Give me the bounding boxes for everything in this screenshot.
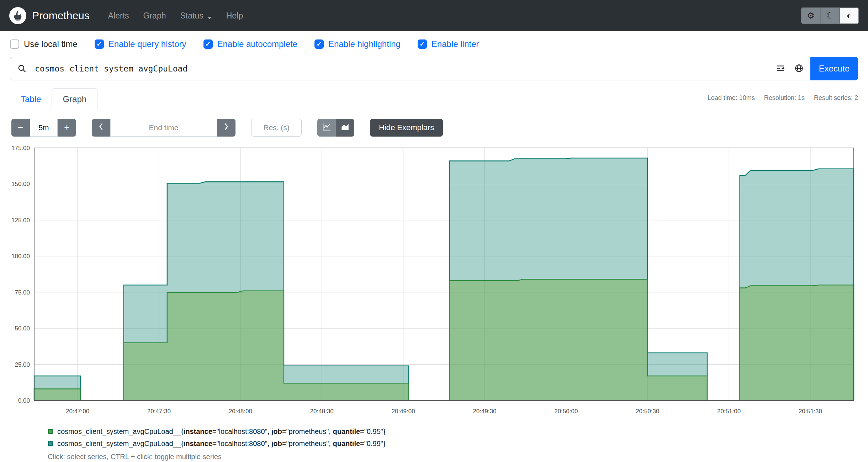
svg-text:75.00: 75.00: [15, 289, 30, 296]
execute-button[interactable]: Execute: [810, 57, 858, 80]
option-enable-autocomplete[interactable]: ✓Enable autocomplete: [203, 39, 298, 49]
svg-text:0.00: 0.00: [18, 397, 30, 404]
query-stats: Load time: 10ms Resolution: 1s Result se…: [708, 94, 858, 104]
checkbox-checked[interactable]: ✓: [203, 39, 213, 49]
theme-light-button[interactable]: ⚙: [801, 7, 820, 24]
metrics-explorer-button[interactable]: [791, 60, 807, 77]
line-graph-button[interactable]: [317, 119, 336, 137]
nav-item-help[interactable]: Help: [221, 7, 249, 24]
nav-item-status[interactable]: Status: [174, 7, 217, 24]
option-use-local-time[interactable]: Use local time: [10, 39, 78, 49]
svg-text:100.00: 100.00: [11, 253, 30, 260]
svg-text:50.00: 50.00: [15, 325, 30, 332]
checkbox-unchecked[interactable]: [10, 39, 19, 49]
option-label: Use local time: [24, 39, 78, 49]
checkbox-checked[interactable]: ✓: [95, 39, 104, 49]
option-label: Enable linter: [432, 39, 479, 49]
option-enable-highlighting[interactable]: ✓Enable highlighting: [314, 39, 401, 49]
tabbar: Table Graph Load time: 10ms Resolution: …: [0, 80, 868, 110]
nav-item-graph[interactable]: Graph: [138, 7, 172, 24]
query-bar: Execute: [10, 57, 858, 80]
svg-text:20:49:00: 20:49:00: [392, 408, 415, 415]
navbar: Prometheus AlertsGraphStatusHelp ⚙☾◐: [0, 0, 868, 31]
chevron-down-icon: [207, 17, 212, 22]
globe-icon: [794, 64, 804, 74]
stacked-graph-button[interactable]: [336, 119, 354, 137]
chart-panel: 0.0025.0050.0075.00100.00125.00150.00175…: [0, 137, 868, 420]
graph-canvas[interactable]: 0.0025.0050.0075.00100.00125.00150.00175…: [6, 145, 861, 419]
chevron-right-icon: [223, 122, 229, 134]
legend-label: cosmos_client_system_avgCpuLoad__{instan…: [57, 440, 386, 448]
option-label: Enable highlighting: [328, 39, 401, 49]
nav-item-alerts[interactable]: Alerts: [102, 7, 135, 24]
svg-text:25.00: 25.00: [15, 361, 30, 368]
end-time-input[interactable]: [110, 119, 217, 137]
x-axis-labels: 20:47:0020:47:3020:48:0020:48:3020:49:00…: [66, 408, 822, 415]
svg-text:20:50:30: 20:50:30: [636, 408, 659, 415]
graph-type-toggle: [317, 119, 354, 137]
option-label: Enable query history: [108, 39, 186, 49]
time-back-button[interactable]: [92, 119, 110, 137]
svg-text:20:50:00: 20:50:00: [554, 408, 578, 415]
svg-text:175.00: 175.00: [11, 145, 30, 152]
stacked-chart-icon: [340, 122, 350, 134]
legend-label: cosmos_client_system_avgCpuLoad__{instan…: [57, 428, 386, 436]
app-title: Prometheus: [32, 10, 90, 22]
result-series: Result series: 2: [814, 94, 858, 102]
checkbox-checked[interactable]: ✓: [418, 39, 427, 49]
resolution-input[interactable]: [251, 119, 302, 137]
tab-graph[interactable]: Graph: [52, 88, 97, 110]
legend-item[interactable]: cosmos_client_system_avgCpuLoad__{instan…: [48, 428, 868, 436]
prometheus-logo-icon: [9, 7, 26, 24]
hide-exemplars-button[interactable]: Hide Exemplars: [370, 119, 443, 137]
load-time: Load time: 10ms: [708, 94, 755, 102]
svg-text:20:51:00: 20:51:00: [717, 408, 741, 415]
search-icon: [10, 57, 33, 80]
checkbox-checked[interactable]: ✓: [314, 39, 324, 49]
theme-dark-button[interactable]: ☾: [820, 7, 840, 24]
range-input[interactable]: [30, 119, 58, 137]
legend-hint: Click: select series, CTRL + click: togg…: [48, 453, 868, 461]
option-label: Enable autocomplete: [217, 39, 298, 49]
nav-links: AlertsGraphStatusHelp: [102, 7, 249, 24]
tab-table[interactable]: Table: [10, 89, 52, 110]
svg-text:150.00: 150.00: [11, 181, 30, 187]
options-row: Use local time✓Enable query history✓Enab…: [0, 31, 868, 49]
format-expression-button[interactable]: [772, 60, 789, 77]
option-enable-linter[interactable]: ✓Enable linter: [418, 39, 479, 49]
range-decrease-button[interactable]: −: [11, 119, 30, 137]
chevron-left-icon: [98, 122, 104, 134]
svg-text:20:48:00: 20:48:00: [229, 408, 252, 415]
legend-swatch: [48, 441, 53, 446]
line-chart-icon: [322, 122, 331, 134]
graph-controls: − +: [11, 119, 868, 137]
svg-text:20:47:00: 20:47:00: [66, 408, 89, 415]
svg-text:20:48:30: 20:48:30: [310, 408, 334, 415]
option-enable-query-history[interactable]: ✓Enable query history: [95, 39, 186, 49]
svg-text:20:47:30: 20:47:30: [147, 408, 171, 415]
svg-text:125.00: 125.00: [11, 217, 30, 224]
time-forward-button[interactable]: [217, 119, 235, 137]
theme-auto-button[interactable]: ◐: [840, 7, 859, 24]
legend-swatch: [48, 429, 53, 434]
resolution: Resolution: 1s: [764, 94, 805, 102]
range-increase-button[interactable]: +: [58, 119, 76, 137]
query-input-actions: [769, 57, 810, 80]
svg-text:20:49:30: 20:49:30: [473, 408, 496, 415]
format-expression-icon: [776, 64, 785, 74]
svg-text:20:51:30: 20:51:30: [799, 408, 822, 415]
brand[interactable]: Prometheus: [9, 7, 90, 24]
end-time-group: [92, 119, 235, 137]
legend-item[interactable]: cosmos_client_system_avgCpuLoad__{instan…: [48, 440, 868, 448]
query-input[interactable]: [33, 57, 769, 80]
y-axis-labels: 0.0025.0050.0075.00100.00125.00150.00175…: [11, 145, 30, 404]
range-group: − +: [11, 119, 76, 137]
legend: cosmos_client_system_avgCpuLoad__{instan…: [48, 428, 868, 448]
series-areas[interactable]: [34, 158, 854, 400]
theme-toggle-group: ⚙☾◐: [801, 7, 859, 24]
